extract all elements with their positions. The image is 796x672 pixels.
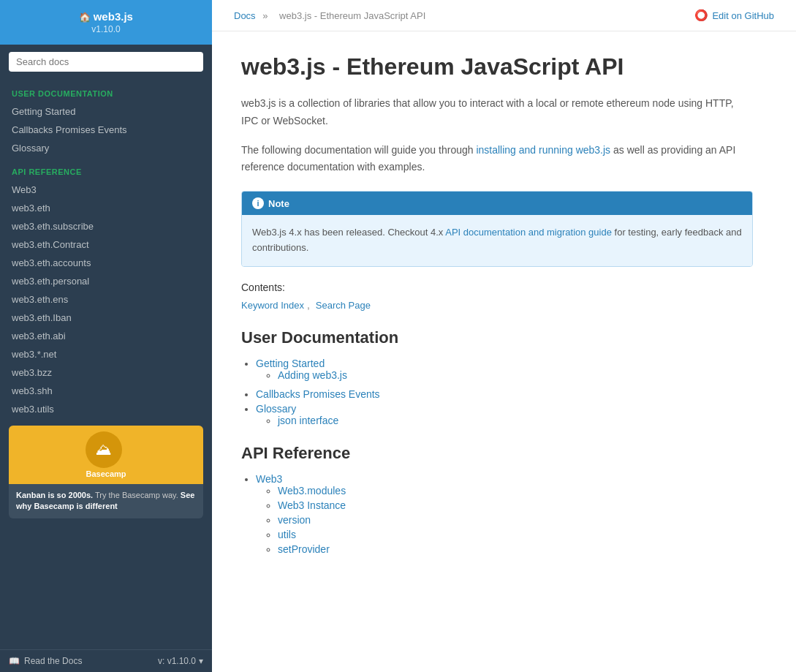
list-item: setProvider: [278, 543, 753, 555]
intro-paragraph-2: The following documentation will guide y…: [241, 142, 753, 177]
ad-text: Kanban is so 2000s. Try the Basecamp way…: [9, 484, 203, 518]
version-link[interactable]: version: [278, 514, 311, 526]
sidebar-item-web3-eth-accounts[interactable]: web3.eth.accounts: [0, 254, 212, 272]
sidebar-version: v1.10.0: [12, 24, 200, 34]
list-item: Adding web3.js: [278, 369, 753, 381]
user-doc-section-label: USER DOCUMENTATION: [0, 79, 212, 102]
web3-sub-list: Web3.modules Web3 Instance version utils…: [256, 485, 753, 555]
search-page-link[interactable]: Search Page: [316, 300, 371, 311]
sidebar-item-callbacks-promises[interactable]: Callbacks Promises Events: [0, 121, 212, 139]
callbacks-promises-link[interactable]: Callbacks Promises Events: [256, 388, 380, 400]
sidebar-item-web3-eth-contract[interactable]: web3.eth.Contract: [0, 235, 212, 254]
list-item: json interface: [278, 415, 753, 426]
sidebar: 🏠 web3.js v1.10.0 USER DOCUMENTATION Get…: [0, 0, 212, 672]
installing-link[interactable]: installing and running web3.js: [476, 144, 610, 156]
sidebar-title: web3.js: [94, 10, 133, 23]
list-item: Glossary json interface: [256, 403, 753, 426]
github-icon: ⭕: [694, 9, 708, 22]
sidebar-item-web3-shh[interactable]: web3.shh: [0, 382, 212, 400]
search-box: [0, 45, 212, 79]
migration-guide-link[interactable]: API documentation and migration guide: [445, 227, 612, 238]
top-bar: Docs » web3.js - Ethereum JavaScript API…: [212, 0, 796, 31]
contents-sep: ,: [307, 299, 310, 311]
sidebar-item-web3-eth-iban[interactable]: web3.eth.Iban: [0, 309, 212, 327]
adding-web3-link[interactable]: Adding web3.js: [278, 369, 347, 381]
note-box: i Note Web3.js 4.x has been released. Ch…: [241, 191, 753, 267]
sidebar-item-web3-eth-subscribe[interactable]: web3.eth.subscribe: [0, 217, 212, 235]
breadcrumb-current: web3.js - Ethereum JavaScript API: [279, 10, 425, 21]
sidebar-item-glossary[interactable]: Glossary: [0, 139, 212, 157]
note-body-pre: Web3.js 4.x has been released. Checkout …: [252, 227, 445, 238]
sidebar-item-web3-eth[interactable]: web3.eth: [0, 199, 212, 217]
glossary-sub-list: json interface: [256, 415, 753, 426]
getting-started-link[interactable]: Getting Started: [256, 358, 325, 369]
sidebar-item-web3-net[interactable]: web3.*.net: [0, 345, 212, 363]
edit-on-github-link[interactable]: ⭕ Edit on GitHub: [694, 9, 774, 22]
chevron-down-icon: ▾: [199, 656, 203, 666]
sidebar-item-web3-bzz[interactable]: web3.bzz: [0, 363, 212, 382]
contents-label: Contents:: [241, 282, 753, 293]
sidebar-item-getting-started[interactable]: Getting Started: [0, 102, 212, 121]
ad-tagline: Try the Basecamp way.: [95, 491, 181, 499]
api-ref-section-title: API Reference: [241, 444, 753, 463]
sidebar-header: 🏠 web3.js v1.10.0: [0, 0, 212, 45]
list-item: utils: [278, 529, 753, 540]
list-item: version: [278, 514, 753, 526]
list-item: Web3.modules: [278, 485, 753, 497]
home-icon: 🏠 web3.js: [12, 10, 200, 23]
ad-box: ⛰ Basecamp Kanban is so 2000s. Try the B…: [9, 426, 203, 518]
api-ref-list: Web3 Web3.modules Web3 Instance version …: [241, 473, 753, 555]
sidebar-nav: USER DOCUMENTATION Getting Started Callb…: [0, 79, 212, 649]
ad-logo: ⛰: [86, 431, 122, 468]
user-doc-section-title: User Documentation: [241, 328, 753, 347]
search-input[interactable]: [9, 52, 203, 72]
web3-link[interactable]: Web3: [256, 473, 282, 485]
intro-paragraph-1: web3.js is a collection of libraries tha…: [241, 95, 753, 130]
version-label: v: v1.10.0: [158, 656, 196, 666]
note-header: i Note: [242, 192, 752, 215]
ad-brand: Basecamp: [86, 469, 126, 478]
web3-instance-link[interactable]: Web3 Instance: [278, 499, 346, 511]
user-doc-sub-list: Adding web3.js: [256, 369, 753, 381]
note-body: Web3.js 4.x has been released. Checkout …: [242, 215, 752, 266]
edit-github-label: Edit on GitHub: [712, 10, 774, 21]
list-item: Getting Started Adding web3.js: [256, 358, 753, 381]
page-title: web3.js - Ethereum JavaScript API: [241, 53, 753, 80]
sidebar-item-web3-utils[interactable]: web3.utils: [0, 400, 212, 418]
sidebar-item-web3-eth-personal[interactable]: web3.eth.personal: [0, 272, 212, 290]
sidebar-item-web3-eth-ens[interactable]: web3.eth.ens: [0, 290, 212, 309]
sidebar-item-web3-eth-abi[interactable]: web3.eth.abi: [0, 327, 212, 345]
web3-modules-link[interactable]: Web3.modules: [278, 485, 346, 497]
breadcrumb-separator: »: [262, 10, 268, 21]
sidebar-item-web3[interactable]: Web3: [0, 181, 212, 199]
book-icon: 📖: [9, 656, 20, 666]
ad-tagline-bold: Kanban is so 2000s.: [16, 491, 93, 499]
list-item: Web3 Instance: [278, 499, 753, 511]
json-interface-link[interactable]: json interface: [278, 415, 338, 426]
utils-link[interactable]: utils: [278, 529, 296, 540]
contents-links: Keyword Index, Search Page: [241, 299, 753, 311]
breadcrumb: Docs » web3.js - Ethereum JavaScript API: [234, 10, 430, 21]
breadcrumb-docs[interactable]: Docs: [234, 10, 256, 21]
main-content: Docs » web3.js - Ethereum JavaScript API…: [212, 0, 796, 672]
list-item: Web3 Web3.modules Web3 Instance version …: [256, 473, 753, 555]
note-header-label: Note: [268, 198, 289, 209]
content-area: web3.js - Ethereum JavaScript API web3.j…: [212, 31, 782, 584]
bottom-bar: 📖 Read the Docs v: v1.10.0 ▾: [0, 649, 212, 672]
intro2-pre: The following documentation will guide y…: [241, 144, 476, 156]
info-icon: i: [252, 197, 264, 209]
user-doc-list: Getting Started Adding web3.js Callbacks…: [241, 358, 753, 426]
set-provider-link[interactable]: setProvider: [278, 543, 330, 555]
version-selector[interactable]: v: v1.10.0 ▾: [158, 656, 203, 666]
read-the-docs[interactable]: 📖 Read the Docs: [9, 656, 82, 666]
keyword-index-link[interactable]: Keyword Index: [241, 300, 304, 311]
ad-image: ⛰ Basecamp: [9, 426, 203, 484]
list-item: Callbacks Promises Events: [256, 388, 753, 400]
glossary-link[interactable]: Glossary: [256, 403, 296, 415]
read-the-docs-label: Read the Docs: [24, 656, 82, 666]
api-ref-section-label: API REFERENCE: [0, 157, 212, 181]
